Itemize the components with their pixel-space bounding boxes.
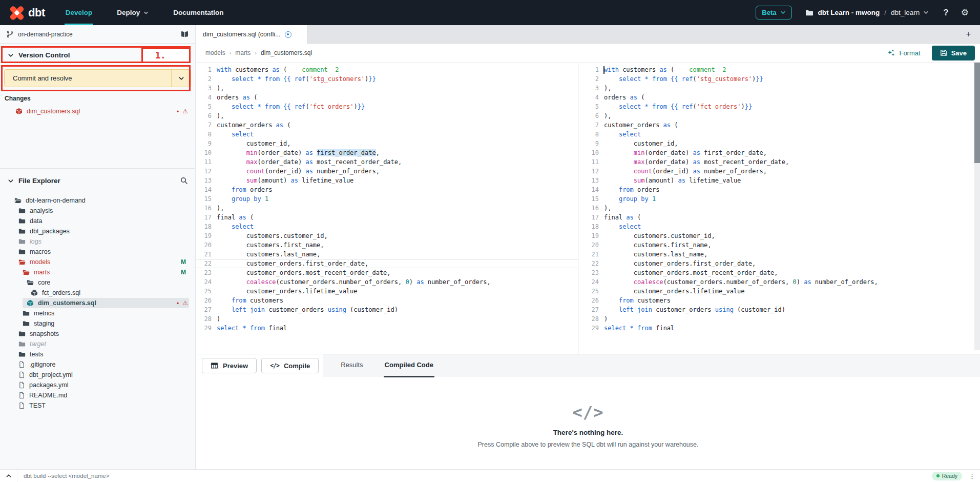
format-button[interactable]: Format [887,49,920,57]
tree-item-analysis[interactable]: analysis [0,206,195,216]
floppy-save-icon [940,49,947,56]
code-line: 11 max(order_date) as most_recent_order_… [583,157,980,167]
code-line: 1with customers as ( -- comment 2 [583,65,980,74]
code-text: sum(amount) as lifetime_value [604,176,741,185]
code-line: 16), [196,204,578,213]
tree-item-label: TEST [29,402,46,409]
result-tab-compiled-code[interactable]: Compiled Code [384,354,434,377]
commit-and-resolve-button[interactable]: Commit and resolve [4,69,191,87]
code-text: select * from {{ ref('fct_orders')}} [604,102,752,111]
code-pane-right[interactable]: 1with customers as ( -- comment 22 selec… [583,63,980,354]
compile-button[interactable]: </> Compile [261,358,319,373]
line-number: 9 [196,139,212,148]
line-number: 20 [196,240,212,250]
folder-icon [14,197,22,204]
changed-file-row[interactable]: dim_customers.sql•⚠ [0,106,195,117]
folder-icon [27,279,34,286]
breadcrumb-item[interactable]: marts [235,49,251,56]
tree-item-dbt-learn-on-demand[interactable]: dbt-learn-on-demand [0,195,195,206]
code-text: customers.last_name, [217,250,320,259]
nav-tab-develop[interactable]: Develop [65,0,94,25]
project-selector[interactable]: dbt Learn - mwong / dbt_learn [805,9,929,17]
code-text: select * from {{ ref('fct_orders')}} [217,102,365,111]
dbt-logo[interactable]: dbt [9,5,45,21]
code-text: customer_orders.first_order_date, [217,259,368,268]
line-number: 27 [196,305,212,314]
tree-item-staging[interactable]: staging [0,318,195,329]
code-line: 24 coalesce(customer_orders.number_of_or… [583,277,980,287]
line-number: 4 [196,93,212,102]
tree-item-macros[interactable]: macros [0,247,195,257]
beta-dropdown[interactable]: Beta [756,6,791,19]
model-cube-icon [31,289,38,296]
tree-item--gitignore[interactable]: .gitignore [0,359,195,370]
code-text: from customers [604,296,671,305]
tree-item-metrics[interactable]: metrics [0,308,195,318]
tree-item-snapshots[interactable]: snapshots [0,329,195,339]
line-number: 6 [196,111,212,120]
scrollbar-track[interactable] [974,63,980,350]
line-number: 4 [583,93,599,102]
kebab-menu-icon[interactable]: ⋮ [969,473,975,479]
tree-item-core[interactable]: core [0,277,195,288]
tree-item-readme-md[interactable]: README.md [0,390,195,400]
modified-dot: • [177,108,179,115]
line-number: 5 [583,102,599,111]
code-text: from orders [217,185,272,194]
file-explorer-divider [0,168,195,169]
file-explorer-header[interactable]: File Explorer [0,174,195,188]
breadcrumb-item[interactable]: models [205,49,225,56]
code-pane-left[interactable]: 1with customers as ( -- comment 22 selec… [196,63,578,354]
tree-item-fct-orders-sql[interactable]: fct_orders.sql [0,288,195,298]
code-line: 7customer_orders as ( [196,120,578,130]
commit-dropdown-chevron[interactable] [171,70,191,87]
code-text: with customers as ( -- comment 2 [217,65,339,74]
tree-item-logs[interactable]: logs [0,236,195,247]
file-icon [18,361,25,368]
preview-button[interactable]: Preview [202,358,257,373]
tree-item-test[interactable]: TEST [0,400,195,411]
code-text: customer_orders as ( [217,120,291,130]
code-text: sum(amount) as lifetime_value [217,176,353,185]
git-branch-icon [6,30,14,38]
tree-item-marts[interactable]: martsM [0,267,195,277]
branch-row[interactable]: on-demand-practice [0,25,195,44]
line-number: 15 [583,194,599,204]
line-number: 22 [583,259,599,268]
line-number: 18 [583,222,599,231]
tree-item-label: tests [30,351,43,358]
save-button[interactable]: Save [932,46,975,61]
tree-item-label: metrics [34,310,54,317]
chevron-down-icon [143,10,149,15]
tree-item-models[interactable]: modelsM [0,257,195,267]
tree-item-dbt-packages[interactable]: dbt_packages [0,226,195,236]
docs-book-icon[interactable] [180,30,189,38]
new-tab-button[interactable]: + [966,29,971,39]
command-input[interactable]: dbt build --select <model_name> [24,473,110,479]
result-tab-results[interactable]: Results [340,354,364,377]
breadcrumb-item[interactable]: dim_customers.sql [261,49,312,56]
version-control-title: Version Control [18,51,70,59]
settings-gear-icon[interactable]: ⚙ [961,8,969,17]
tree-item-target[interactable]: target [0,339,195,349]
version-control-header[interactable]: Version Control [0,47,195,63]
modified-dot: • [177,300,179,307]
code-line: 13 sum(amount) as lifetime_value [196,176,578,185]
tree-item-dbt-project-yml[interactable]: dbt_project.yml [0,370,195,380]
nav-tab-documentation[interactable]: Documentation [172,0,224,25]
scrollbar-thumb[interactable] [974,63,980,163]
chevron-up-icon[interactable] [0,470,17,482]
tree-item-dim-customers-sql[interactable]: dim_customers.sql•⚠ [0,298,195,308]
tree-item-packages-yml[interactable]: packages.yml [0,380,195,390]
help-button[interactable]: ? [943,8,948,18]
tree-item-data[interactable]: data [0,216,195,226]
code-line: 6), [583,111,980,120]
editor-tab-dim-customers[interactable]: dim_customers.sql (confli... [196,25,307,44]
tree-item-tests[interactable]: tests [0,349,195,359]
editor-tabstrip: dim_customers.sql (confli... + [196,25,980,44]
line-number: 7 [196,120,212,130]
search-icon[interactable] [180,176,188,185]
nav-tab-deploy[interactable]: Deploy [116,0,150,25]
code-text: customers.first_name, [604,240,712,250]
code-text: select * from {{ ref('stg_customers')}} [604,74,763,84]
